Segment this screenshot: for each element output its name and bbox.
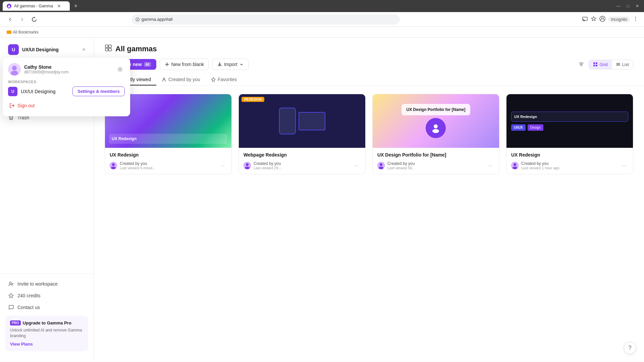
sort-button[interactable] [576, 59, 587, 70]
svg-rect-20 [105, 45, 108, 48]
contact-us-item[interactable]: Contact us [3, 302, 91, 313]
popup-workspace-row: U UX/UI Designing Settings & members [8, 86, 125, 96]
popup-settings-icon[interactable] [115, 65, 125, 74]
page-title: All gammas [115, 45, 157, 53]
card-last-viewed-4: Last viewed 1 hour ago [521, 166, 618, 170]
card-meta-1: Created by you Last viewed 6 minut... [120, 161, 216, 170]
card-meta-2: Created by you Last viewed 29... [254, 161, 350, 170]
card-body-4: UX Redesign Created by you Last viewed 1… [506, 148, 633, 174]
card-more-button-3[interactable]: ··· [486, 162, 494, 170]
bookmarks-folder[interactable]: All Bookmarks [4, 29, 41, 35]
svg-marker-19 [9, 293, 13, 298]
view-plans-button[interactable]: View Plans [10, 342, 84, 347]
card-portfolio[interactable]: UX Design Portfolio for [Name] UX Design… [372, 94, 499, 174]
tab-favicon [7, 4, 11, 8]
tab-close-btn[interactable]: ✕ [57, 3, 61, 9]
card-creator-2: Created by you [254, 161, 350, 166]
contact-label: Contact us [17, 305, 40, 310]
popup-user-info: Cathy Stone d871fe09@moodjoy.com [24, 64, 112, 74]
import-button[interactable]: Import [212, 59, 249, 70]
main-header: All gammas Create new AI New from blank [94, 38, 644, 86]
card-webpage-redesign[interactable]: REDESIGN Webpage Redesign Created by you [238, 94, 366, 174]
sign-out-button[interactable]: Sign out [8, 100, 125, 111]
svg-point-7 [635, 20, 636, 20]
back-button[interactable] [5, 15, 15, 24]
upgrade-box: PRO Upgrade to Gamma Pro Unlock unlimite… [5, 316, 88, 351]
close-window-btn[interactable]: ✕ [633, 2, 641, 10]
tab-bar: All gammas - Gamma ✕ + — □ ✕ [0, 0, 644, 12]
toolbar: Create new AI New from blank Import [105, 59, 633, 70]
sign-out-label: Sign out [17, 103, 35, 108]
invite-workspace-item[interactable]: Invite to workspace [3, 278, 91, 290]
new-blank-button[interactable]: New from blank [160, 59, 209, 70]
workspace-avatar: U [8, 44, 19, 55]
app-container: Cathy Stone d871fe09@moodjoy.com Workspa… [0, 38, 644, 362]
sidebar-bottom: Invite to workspace 240 credits Contact … [0, 274, 94, 358]
popup-user-email: d871fe09@moodjoy.com [24, 70, 112, 74]
svg-rect-27 [593, 65, 595, 66]
card-ux-redesign-2[interactable]: UX Redesign UI/UX Design UX Redesign [506, 94, 633, 174]
tab-created-by-you[interactable]: Created by you [156, 74, 206, 85]
help-button[interactable]: ? [624, 342, 636, 354]
menu-icon[interactable] [633, 16, 639, 23]
settings-members-button[interactable]: Settings & members [72, 86, 125, 96]
card-more-button-4[interactable]: ··· [620, 162, 628, 170]
svg-rect-28 [596, 65, 597, 66]
svg-point-5 [635, 16, 636, 17]
profile-icon[interactable] [599, 16, 605, 23]
card-avatar-3 [377, 162, 385, 169]
invite-icon [8, 281, 14, 287]
nav-bar: gamma.app/#all Incognito [0, 12, 644, 27]
svg-point-38 [434, 124, 438, 128]
popup-user-row: Cathy Stone d871fe09@moodjoy.com [8, 63, 125, 76]
svg-point-39 [432, 129, 439, 133]
svg-point-42 [379, 167, 383, 169]
upgrade-title: Upgrade to Gamma Pro [23, 320, 71, 325]
forward-button[interactable] [17, 15, 27, 24]
svg-point-30 [163, 78, 165, 80]
card-more-button-2[interactable]: ··· [353, 162, 361, 170]
svg-point-33 [112, 163, 115, 166]
card-title-4: UX Redesign [511, 152, 628, 158]
pro-badge: PRO [10, 320, 21, 325]
reload-button[interactable] [30, 15, 39, 24]
bookmark-star-icon[interactable] [591, 16, 597, 23]
maximize-btn[interactable]: □ [624, 2, 632, 10]
svg-marker-31 [211, 77, 215, 81]
tab-title: All gammas - Gamma [14, 4, 53, 8]
card-title-2: Webpage Redesign [244, 152, 361, 158]
grid-label: Grid [599, 62, 608, 67]
grid-view-button[interactable]: Grid [589, 60, 612, 69]
card-footer-4: Created by you Last viewed 1 hour ago ··… [511, 161, 628, 170]
card-last-viewed-1: Last viewed 6 minut... [120, 166, 216, 170]
card-body-3: UX Design Portfolio for [Name] Created b… [373, 148, 499, 174]
svg-point-6 [635, 18, 636, 19]
card-last-viewed-3: Last viewed 50... [387, 166, 484, 170]
svg-point-44 [514, 163, 516, 166]
card-thumbnail-4: UX Redesign UI/UX Design [506, 94, 633, 148]
created-by-you-label: Created by you [168, 77, 200, 82]
view-toggle: Grid List [576, 59, 633, 70]
cast-icon[interactable] [582, 16, 588, 23]
new-tab-button[interactable]: + [71, 1, 80, 11]
list-view-button[interactable]: List [612, 60, 633, 69]
tab-controls: — □ ✕ [614, 2, 641, 10]
address-bar[interactable]: gamma.app/#all [131, 14, 400, 24]
workspace-selector[interactable]: U UX/UI Designing ✕ [3, 42, 91, 58]
card-creator-3: Created by you [387, 161, 484, 166]
svg-point-10 [11, 71, 18, 75]
bookmarks-folder-icon [7, 31, 11, 34]
minimize-btn[interactable]: — [614, 2, 623, 10]
browser-tab-active[interactable]: All gammas - Gamma ✕ [3, 1, 70, 11]
list-label: List [622, 62, 629, 67]
svg-rect-23 [109, 48, 111, 51]
card-more-button-1[interactable]: ··· [219, 162, 227, 170]
tab-favorites[interactable]: Favorites [206, 74, 243, 85]
new-blank-label: New from blank [171, 62, 204, 67]
import-label: Import [224, 62, 237, 67]
workspace-chevron-icon: ✕ [82, 47, 86, 52]
svg-point-18 [9, 282, 11, 284]
credits-item[interactable]: 240 credits [3, 290, 91, 301]
svg-point-37 [245, 167, 250, 169]
card-body-2: Webpage Redesign Created by you Last vie… [239, 148, 365, 174]
